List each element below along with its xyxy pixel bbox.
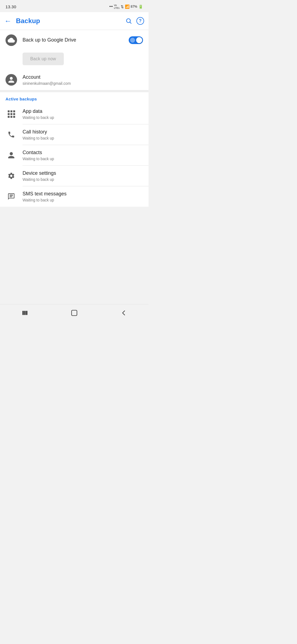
recent-apps-icon bbox=[21, 309, 28, 316]
back-nav-icon bbox=[120, 309, 127, 316]
list-item[interactable]: Device settings Waiting to back up bbox=[0, 166, 148, 186]
call-history-text: Call history Waiting to back up bbox=[23, 129, 143, 140]
account-icon-container bbox=[6, 74, 17, 86]
cloud-check-icon bbox=[6, 34, 17, 46]
app-data-text: App data Waiting to back up bbox=[23, 108, 143, 119]
account-email: sininenkulmaan@gmail.com bbox=[23, 81, 143, 86]
svg-rect-3 bbox=[24, 311, 26, 315]
cloud-done-svg bbox=[8, 37, 15, 44]
back-button[interactable]: ← bbox=[4, 17, 12, 25]
contacts-icon-container bbox=[6, 149, 17, 161]
phone-icon bbox=[7, 131, 15, 138]
account-text: Account sininenkulmaan@gmail.com bbox=[23, 74, 143, 85]
call-history-title: Call history bbox=[23, 129, 143, 135]
spacer bbox=[0, 207, 148, 304]
bottom-nav bbox=[0, 304, 148, 322]
device-settings-icon-container bbox=[6, 170, 17, 182]
contacts-text: Contacts Waiting to back up bbox=[23, 149, 143, 161]
page-title: Backup bbox=[16, 17, 121, 25]
active-backups-header: Active backups bbox=[0, 92, 148, 104]
search-button[interactable] bbox=[125, 18, 132, 24]
sms-title: SMS text messages bbox=[23, 191, 143, 197]
google-drive-backup-text: Back up to Google Drive bbox=[23, 37, 123, 43]
app-data-icon-container bbox=[6, 108, 17, 120]
network-type: Vo LTE1 bbox=[114, 4, 120, 9]
backup-now-button[interactable]: Back up now bbox=[23, 53, 64, 65]
status-icons: ••• Vo LTE1 ⇅ 📶 87% 🔋 bbox=[109, 4, 143, 9]
search-icon bbox=[125, 18, 132, 24]
data-icon: ⇅ bbox=[121, 5, 124, 9]
call-history-subtitle: Waiting to back up bbox=[23, 136, 143, 140]
sms-icon-container bbox=[6, 191, 17, 202]
svg-rect-5 bbox=[72, 310, 77, 316]
contacts-subtitle: Waiting to back up bbox=[23, 157, 143, 161]
active-backups-section: Active backups App data Waiting to back … bbox=[0, 92, 148, 207]
account-icon bbox=[6, 74, 17, 86]
toggle-container bbox=[129, 36, 143, 44]
status-time: 13.30 bbox=[6, 4, 16, 9]
status-bar: 13.30 ••• Vo LTE1 ⇅ 📶 87% 🔋 bbox=[0, 0, 148, 12]
main-content: Back up to Google Drive Back up now bbox=[0, 30, 148, 90]
svg-rect-4 bbox=[26, 311, 27, 315]
signal-strength-icon: 📶 bbox=[125, 4, 130, 9]
list-item[interactable]: SMS text messages Waiting to back up bbox=[0, 186, 148, 207]
list-item[interactable]: Call history Waiting to back up bbox=[0, 124, 148, 145]
settings-icon bbox=[7, 172, 15, 180]
active-backups-title: Active backups bbox=[6, 97, 37, 101]
device-settings-subtitle: Waiting to back up bbox=[23, 177, 143, 182]
cloud-icon-container bbox=[6, 34, 17, 46]
sms-subtitle: Waiting to back up bbox=[23, 198, 143, 202]
battery-level: 87% bbox=[131, 5, 137, 9]
sms-icon bbox=[7, 193, 15, 200]
sms-text: SMS text messages Waiting to back up bbox=[23, 191, 143, 202]
home-button[interactable] bbox=[71, 309, 78, 316]
backup-toggle[interactable] bbox=[129, 36, 143, 44]
section-divider bbox=[0, 90, 148, 92]
account-label: Account bbox=[23, 74, 143, 80]
device-settings-text: Device settings Waiting to back up bbox=[23, 170, 143, 181]
svg-rect-2 bbox=[22, 311, 24, 315]
contacts-title: Contacts bbox=[23, 149, 143, 156]
grid-icon bbox=[8, 110, 15, 118]
google-drive-backup-label: Back up to Google Drive bbox=[23, 37, 123, 43]
list-item[interactable]: App data Waiting to back up bbox=[0, 104, 148, 124]
call-history-icon-container bbox=[6, 129, 17, 140]
app-data-title: App data bbox=[23, 108, 143, 114]
recent-apps-button[interactable] bbox=[21, 309, 28, 316]
device-settings-title: Device settings bbox=[23, 170, 143, 176]
signal-dots: ••• bbox=[109, 5, 113, 9]
google-drive-backup-row: Back up to Google Drive bbox=[0, 30, 148, 50]
help-button[interactable]: ? bbox=[136, 17, 144, 25]
back-button-nav[interactable] bbox=[120, 309, 127, 316]
battery-icon: 🔋 bbox=[138, 4, 143, 9]
person-icon bbox=[8, 76, 15, 83]
app-bar-icons: ? bbox=[125, 17, 144, 25]
app-bar: ← Backup ? bbox=[0, 12, 148, 30]
list-item[interactable]: Contacts Waiting to back up bbox=[0, 145, 148, 165]
contacts-icon bbox=[7, 151, 15, 159]
home-icon bbox=[71, 309, 78, 316]
help-icon: ? bbox=[136, 17, 144, 25]
app-data-subtitle: Waiting to back up bbox=[23, 115, 143, 120]
backup-now-container: Back up now bbox=[0, 50, 148, 70]
toggle-track bbox=[130, 38, 135, 43]
svg-line-1 bbox=[130, 22, 131, 24]
account-row[interactable]: Account sininenkulmaan@gmail.com bbox=[0, 70, 148, 90]
